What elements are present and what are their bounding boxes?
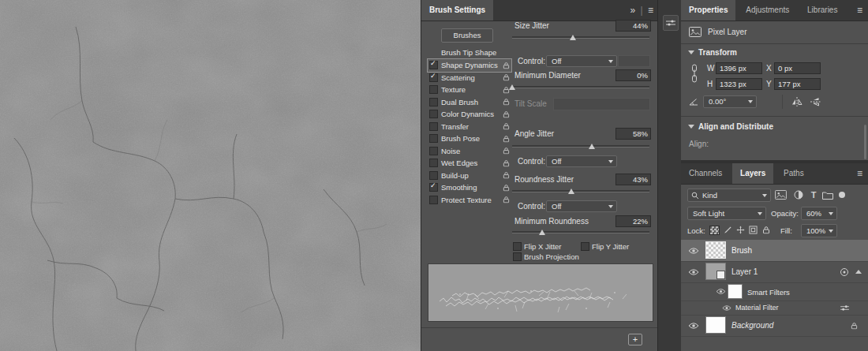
filter-blending-options-icon[interactable]: [839, 304, 851, 312]
layer-thumbnail[interactable]: [706, 317, 725, 333]
checkbox[interactable]: [429, 147, 438, 155]
tab-layers[interactable]: Layers: [732, 163, 773, 184]
blend-mode-dropdown[interactable]: Soft Light: [687, 207, 766, 220]
minimum-roundness-value[interactable]: 22%: [615, 215, 651, 227]
rotation-dropdown[interactable]: 0.00°: [703, 95, 757, 108]
brush-projection-checkbox[interactable]: [513, 252, 522, 261]
width-field[interactable]: 1396 px: [716, 62, 762, 74]
layer-row-smart-filters[interactable]: Smart Filters: [681, 282, 868, 301]
layer-row-layer1[interactable]: Layer 1: [681, 261, 868, 283]
minimum-roundness-slider[interactable]: [512, 227, 649, 236]
document-canvas[interactable]: [0, 0, 421, 351]
smart-filters-label[interactable]: Smart Filters: [747, 288, 790, 297]
properties-scrollbar[interactable]: [864, 125, 866, 159]
slider-thumb[interactable]: [568, 189, 574, 194]
smart-filter-icon[interactable]: [839, 267, 849, 277]
brush-option-brush-pose[interactable]: Brush Pose: [428, 133, 511, 145]
lock-icon[interactable]: [503, 184, 510, 192]
material-filter-label[interactable]: Material Filter: [735, 304, 779, 312]
brush-option-transfer[interactable]: Transfer: [428, 121, 511, 133]
angle-jitter-value[interactable]: 58%: [615, 128, 651, 140]
brush-option-dual-brush[interactable]: Dual Brush: [428, 96, 511, 109]
eye-icon[interactable]: [714, 287, 727, 296]
layer-name[interactable]: Brush: [731, 246, 752, 255]
layer-row-background[interactable]: Background: [681, 315, 868, 337]
brush-option-noise[interactable]: Noise: [428, 145, 511, 158]
flip-y-checkbox[interactable]: [581, 242, 589, 251]
checkbox[interactable]: [429, 98, 438, 106]
tab-adjustments[interactable]: Adjustments: [738, 0, 797, 21]
roundness-jitter-slider[interactable]: [512, 186, 649, 195]
tab-libraries[interactable]: Libraries: [799, 0, 845, 21]
size-jitter-slider[interactable]: [512, 32, 649, 41]
layers-menu-icon[interactable]: ≡: [857, 163, 862, 184]
tab-properties[interactable]: Properties: [681, 0, 735, 21]
layer-thumbnail[interactable]: [706, 242, 725, 258]
slider-thumb[interactable]: [539, 230, 545, 235]
filter-pixel-layers-icon[interactable]: [774, 189, 787, 200]
collapse-filters-icon[interactable]: [855, 270, 862, 274]
lock-icon[interactable]: [503, 122, 510, 130]
filter-smart-object-layers-icon[interactable]: [837, 190, 847, 200]
brush-option-wet-edges[interactable]: Wet Edges: [428, 157, 511, 170]
filter-group-layers-icon[interactable]: [821, 190, 834, 200]
layer-row-material-filter[interactable]: Material Filter: [681, 301, 868, 316]
lock-icon[interactable]: [503, 159, 510, 167]
fill-dropdown[interactable]: 100%: [801, 224, 837, 237]
checkbox[interactable]: [429, 85, 438, 94]
lock-icon[interactable]: [503, 135, 510, 143]
collapse-panel-icon[interactable]: »: [630, 5, 635, 16]
lock-icon[interactable]: [503, 62, 510, 69]
brush-option-build-up[interactable]: Build-up: [428, 170, 511, 182]
checkbox[interactable]: [429, 134, 438, 143]
layer-row-brush[interactable]: Brush: [681, 240, 868, 262]
filter-type-layers-icon[interactable]: T: [809, 189, 818, 200]
panel-menu-icon[interactable]: ≡: [648, 5, 653, 16]
opacity-dropdown[interactable]: 60%: [801, 207, 837, 220]
brush-option-shape-dynamics[interactable]: Shape Dynamics: [428, 59, 511, 72]
brush-option-scattering[interactable]: Scattering: [428, 72, 511, 84]
minimum-diameter-value[interactable]: 0%: [615, 69, 651, 81]
checkbox[interactable]: [429, 122, 438, 131]
layer-thumbnail[interactable]: [706, 263, 725, 279]
tab-channels[interactable]: Channels: [681, 163, 730, 184]
checkbox[interactable]: [429, 61, 438, 69]
flip-x-checkbox[interactable]: [513, 242, 522, 251]
brush-option-tip-shape[interactable]: Brush Tip Shape: [428, 46, 511, 59]
link-dimensions-icon[interactable]: [690, 64, 698, 83]
properties-menu-icon[interactable]: ≡: [857, 0, 862, 21]
lock-artboard-icon[interactable]: [748, 225, 758, 235]
slider-thumb[interactable]: [589, 144, 595, 149]
new-brush-button[interactable]: +: [628, 334, 642, 345]
brush-option-color-dynamics[interactable]: Color Dynamics: [428, 108, 511, 121]
angle-jitter-slider[interactable]: [512, 141, 649, 150]
tab-paths[interactable]: Paths: [776, 163, 812, 184]
tab-brush-settings[interactable]: Brush Settings: [421, 0, 493, 21]
lock-image-pixels-icon[interactable]: [723, 225, 733, 235]
lock-position-icon[interactable]: [735, 225, 746, 235]
x-field[interactable]: 0 px: [774, 62, 821, 74]
size-jitter-value[interactable]: 44%: [615, 20, 651, 32]
layer-name[interactable]: Layer 1: [731, 267, 758, 276]
flip-horizontal-icon[interactable]: [790, 96, 804, 107]
checkbox[interactable]: [429, 110, 438, 118]
lock-icon[interactable]: [503, 171, 510, 179]
eye-icon[interactable]: [720, 304, 732, 312]
checkbox[interactable]: [429, 183, 438, 192]
brush-settings-dock-icon[interactable]: [663, 15, 679, 31]
checkbox[interactable]: [429, 73, 438, 82]
eye-icon[interactable]: [687, 267, 700, 276]
eye-icon[interactable]: [687, 321, 700, 330]
control2-dropdown[interactable]: Off: [546, 155, 617, 167]
checkbox[interactable]: [429, 159, 438, 167]
height-field[interactable]: 1323 px: [716, 78, 762, 90]
flip-vertical-icon[interactable]: [809, 96, 823, 107]
eye-icon[interactable]: [687, 246, 700, 255]
layer-filter-kind-dropdown[interactable]: Kind: [687, 189, 771, 202]
lock-icon[interactable]: [503, 73, 510, 81]
control1-dropdown[interactable]: Off: [546, 55, 617, 67]
lock-icon[interactable]: [503, 110, 510, 118]
roundness-jitter-value[interactable]: 43%: [615, 174, 651, 185]
align-collapse-icon[interactable]: [688, 125, 694, 129]
lock-all-icon[interactable]: [761, 225, 771, 235]
